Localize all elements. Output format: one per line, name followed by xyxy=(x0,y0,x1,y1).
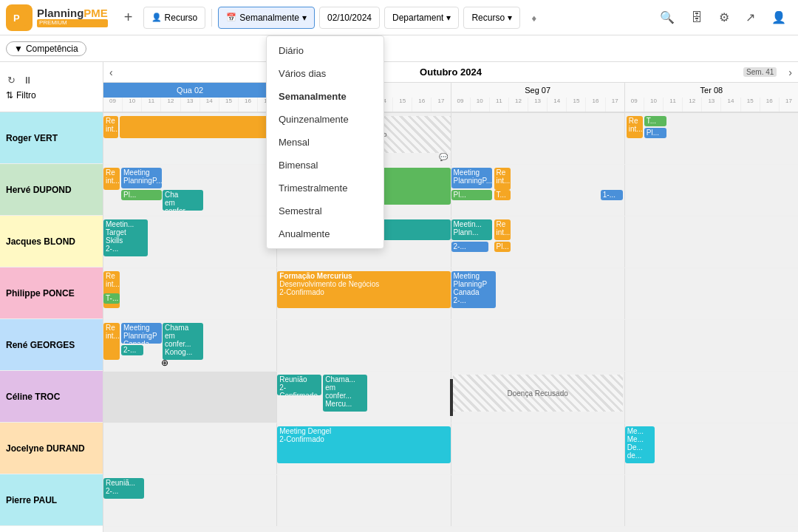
departamento-label: Departament xyxy=(392,13,443,23)
database-button[interactable]: 🗄 xyxy=(685,8,709,27)
event-philippe-t[interactable]: T-... xyxy=(103,293,120,304)
event-herve-1[interactable]: 1-... xyxy=(601,190,623,200)
competencia-chip[interactable]: ▼ Competência xyxy=(6,41,86,56)
day-labels-row: Qua 02 Sex 04 Seg 07 Ter 08 xyxy=(103,83,798,98)
event-pierre-reunia[interactable]: Reuniã...2-... xyxy=(103,478,144,499)
event-rene-re1[interactable]: Reint... xyxy=(103,323,120,360)
event-rene-chama[interactable]: Chamaemconfer...Konog... xyxy=(163,323,203,360)
event-roger-orange2[interactable] xyxy=(120,116,275,138)
dropdown-item-quinzenalmente[interactable]: Quinzenalmente xyxy=(267,108,383,131)
event-roger-blue1[interactable]: Pl... xyxy=(644,128,666,138)
logo-area: P PlanningPME PREMIUM xyxy=(6,4,108,31)
filter-button[interactable]: ⬧ xyxy=(525,8,544,27)
dropdown-item-semanalmente[interactable]: Semanalmente xyxy=(267,85,383,108)
event-celine-reuniao[interactable]: Reunião2-Confirmado xyxy=(277,375,321,395)
row-pierre: Reuniã...2-... xyxy=(103,475,798,527)
calendar-header: ‹ Outubro 2024 Sem. 41 › Qua 02 Sex 04 S… xyxy=(103,62,798,113)
dropdown-item-diario[interactable]: Diário xyxy=(267,39,383,62)
row-rene: Reint... MeetingPlanningPCanada 2-... Ch… xyxy=(103,320,798,372)
resource-name-philippe: Philippe PONCE xyxy=(6,288,75,299)
next-month-button[interactable]: › xyxy=(782,62,798,82)
dropdown-item-mensal[interactable]: Mensal xyxy=(267,131,383,154)
event-jacques-meeting3[interactable]: Meetin...Plann... xyxy=(451,219,492,240)
filter-icon: ⬧ xyxy=(531,11,538,24)
filter-bar: ▼ Competência xyxy=(0,35,798,62)
user-icon: 👤 xyxy=(771,10,786,24)
database-icon: 🗄 xyxy=(691,11,703,24)
resource-name-roger: Roger VERT xyxy=(6,133,58,143)
week-badge: Sem. 41 xyxy=(743,67,777,77)
event-celine-chama[interactable]: Chama...emconfer...Mercu... xyxy=(323,375,367,412)
departamento-button[interactable]: Departament ▾ xyxy=(384,7,459,29)
search-button[interactable]: 🔍 xyxy=(654,7,681,27)
event-herve-meeting3[interactable]: MeetingPlanningP... xyxy=(451,168,492,188)
user-button[interactable]: 👤 xyxy=(765,7,792,27)
view-dropdown-menu: Diário Vários dias Semanalmente Quinzena… xyxy=(266,35,384,249)
chevron-right-icon: › xyxy=(788,66,792,78)
funnel-icon: ▼ xyxy=(14,44,23,54)
event-roger-green1[interactable]: T... xyxy=(644,116,666,126)
dropdown-item-varios[interactable]: Vários dias xyxy=(267,62,383,85)
event-herve-meeting1[interactable]: MeetingPlanningP... xyxy=(121,168,162,188)
event-herve-re3[interactable]: Reint... xyxy=(494,168,511,190)
event-philippe-formacao[interactable]: Formação Mercurius Desenvolvimento de Ne… xyxy=(277,271,450,308)
calendar-body: Reint... Férias A pedido 💬 Reint... T... xyxy=(103,113,798,527)
month-row: ‹ Outubro 2024 Sem. 41 › xyxy=(103,62,798,83)
event-roger-orange3[interactable]: Reint... xyxy=(627,116,643,138)
day-label-tue: Ter 08 xyxy=(625,83,798,98)
event-philippe-meeting3[interactable]: MeetingPlanningPCanada2-... xyxy=(451,271,496,308)
departamento-arrow-icon: ▾ xyxy=(446,13,451,23)
pause-button[interactable]: ⏸ xyxy=(21,73,34,87)
filtro-label: Filtro xyxy=(16,90,36,100)
event-rene-2[interactable]: 2-... xyxy=(121,345,143,355)
search-icon: 🔍 xyxy=(660,10,675,24)
refresh-button[interactable]: ↻ xyxy=(6,73,17,87)
event-jocelyne-me4[interactable]: Me...Me...De...de... xyxy=(625,426,655,463)
settings-button[interactable]: ⚙ xyxy=(713,7,735,27)
row-herve: Reint... MeetingPlanningP... Chaemconfer… xyxy=(103,165,798,216)
row-jacques: Meetin...TargetSkills2-... Reunião2-Conf… xyxy=(103,216,798,268)
semanalmente-button[interactable]: 📅 Semanalmente ▾ xyxy=(218,7,315,29)
logo-label: PlanningPME xyxy=(37,7,108,20)
recurso2-label: Recurso xyxy=(471,13,505,23)
resource-name-rene: René GEORGES xyxy=(6,340,75,350)
dropdown-item-bimensal[interactable]: Bimensal xyxy=(267,154,383,177)
event-roger-orange1[interactable]: Reint... xyxy=(103,116,118,138)
share-icon: ↗ xyxy=(746,10,755,24)
add-button[interactable]: + xyxy=(118,6,139,29)
event-herve-re1[interactable]: Reint... xyxy=(103,168,120,190)
dropdown-item-anualmente[interactable]: Anualmente xyxy=(267,222,383,245)
event-jacques-meeting1[interactable]: Meetin...TargetSkills2-... xyxy=(103,219,148,256)
resource-name-jocelyne: Jocelyne DURAND xyxy=(6,443,85,454)
date-picker-button[interactable]: 02/10/2024 xyxy=(319,7,380,29)
dropdown-item-trimestralmente[interactable]: Trimestralmente xyxy=(267,177,383,200)
calendar-container: ↻ ⏸ ⇅ Filtro Roger VERT Hervé DUPOND Jac… xyxy=(0,62,798,532)
recurso-button[interactable]: 👤 Recurso xyxy=(143,7,206,29)
chevron-left-icon: ‹ xyxy=(109,66,113,78)
row-jocelyne: Meeting Dengel 2-Confirmado Me...Me...De… xyxy=(103,423,798,475)
event-jocelyne-meeting[interactable]: Meeting Dengel 2-Confirmado xyxy=(277,426,450,463)
event-jacques-pl3[interactable]: Pl... xyxy=(494,242,511,252)
prev-month-button[interactable]: ‹ xyxy=(103,62,119,82)
row-celine: Reunião2-Confirmado Chama...emconfer...M… xyxy=(103,372,798,423)
event-rene-meeting1[interactable]: MeetingPlanningPCanada xyxy=(121,323,162,344)
row-roger: Reint... Férias A pedido 💬 Reint... T... xyxy=(103,113,798,165)
month-label: Outubro 2024 xyxy=(420,66,482,78)
share-button[interactable]: ↗ xyxy=(740,7,761,27)
resource-name-celine: Céline TROC xyxy=(6,392,60,402)
main-toolbar: P PlanningPME PREMIUM + 👤 Recurso 📅 Sema… xyxy=(0,0,798,35)
event-herve-pl3[interactable]: Pl... xyxy=(451,190,492,200)
event-jacques-re3[interactable]: Reint... xyxy=(494,219,511,240)
event-herve-pl[interactable]: Pl... xyxy=(121,190,162,200)
resource-row-jacques: Jacques BLOND xyxy=(0,216,103,267)
event-celine-doenca[interactable]: Doença Recusado xyxy=(453,375,623,412)
celine-sep-line xyxy=(450,379,453,416)
recurso2-button[interactable]: Recurso ▾ xyxy=(463,7,520,29)
settings-icon: ⚙ xyxy=(719,10,729,24)
resource-sidebar: ↻ ⏸ ⇅ Filtro Roger VERT Hervé DUPOND Jac… xyxy=(0,62,103,532)
event-herve-t3[interactable]: T... xyxy=(494,190,511,200)
event-jacques-2[interactable]: 2-... xyxy=(451,242,488,252)
dropdown-item-semestral[interactable]: Semestral xyxy=(267,200,383,222)
event-herve-cha[interactable]: Chaemconfer... xyxy=(163,190,203,211)
resource-row-jocelyne: Jocelyne DURAND xyxy=(0,423,103,474)
